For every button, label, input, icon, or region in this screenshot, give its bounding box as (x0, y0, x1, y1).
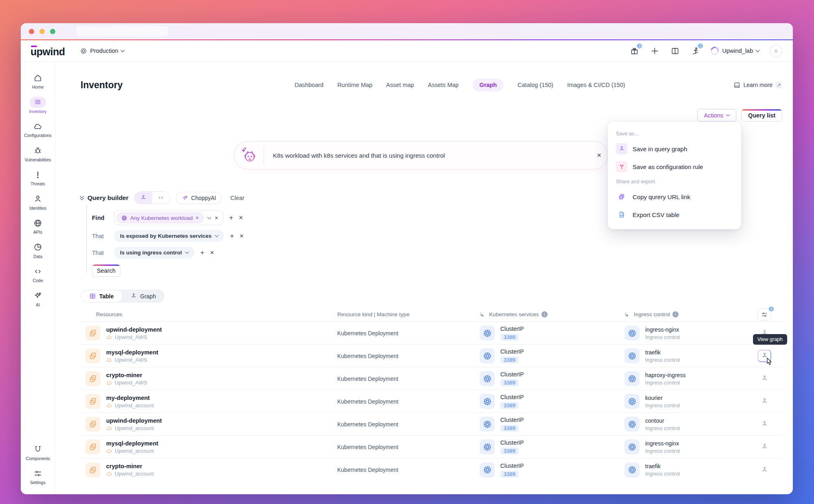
activity-button[interactable]: 1 (690, 46, 700, 56)
sidebar-item-inventory[interactable]: Inventory (29, 97, 46, 114)
browser-tab[interactable] (76, 26, 168, 37)
tab-dashboard[interactable]: Dashboard (295, 82, 323, 88)
sidebar-item-apis[interactable]: APIs (30, 217, 46, 235)
traffic-lights[interactable] (21, 29, 61, 34)
condition-pill[interactable]: Is exposed by Kubernetes services (114, 230, 224, 242)
sidebar-item-components[interactable]: Components (26, 444, 50, 461)
tab-graph[interactable]: Graph (473, 78, 504, 91)
choppy-ai-button[interactable]: ChoppyAI (176, 192, 222, 204)
remove-row-button[interactable]: × (210, 249, 214, 257)
gift-button[interactable]: 3 (629, 46, 639, 56)
home-icon (33, 74, 42, 83)
cloud-icon (106, 402, 112, 408)
sidebar-item-home[interactable]: Home (30, 72, 46, 90)
add-condition-button[interactable]: + (230, 232, 234, 240)
menu-section-share: Share and export (608, 176, 741, 188)
service-type: ClusterIP (500, 371, 524, 378)
query-list-button[interactable]: Query list (741, 109, 782, 122)
sidebar-item-configurations[interactable]: Configurations (24, 121, 52, 138)
search-button[interactable]: Search (92, 264, 120, 277)
upwind-logo[interactable]: upwind (31, 44, 65, 58)
resource-name[interactable]: upwind-deployment (106, 326, 162, 333)
ingress-name: ingress-nginx (645, 440, 680, 447)
add-button[interactable] (650, 46, 659, 56)
sidebar-item-data[interactable]: Data (30, 242, 46, 259)
sidebar-item-settings[interactable]: Settings (30, 468, 46, 485)
view-graph-button[interactable] (761, 443, 768, 451)
tab-catalog[interactable]: Catalog (150) (517, 82, 553, 88)
table-row[interactable]: upwind-deployment Upwind_account Kuberne… (81, 413, 782, 436)
info-icon[interactable]: i (672, 311, 679, 317)
tab-assets-map[interactable]: Assets Map (428, 82, 459, 88)
sidebar-item-vulnerabilities[interactable]: Vulnerabilities (25, 145, 51, 163)
service-type: ClusterIP (500, 326, 524, 332)
ingress-icon (624, 326, 639, 341)
avatar[interactable]: A (770, 45, 782, 57)
kubernetes-service-icon (480, 463, 495, 478)
table-row[interactable]: crypto-miner Upwind_AWS Kubernetes Deplo… (81, 367, 782, 390)
menu-item-save-configuration-rule[interactable]: Save as configuration rule (608, 158, 741, 176)
condition-pill[interactable]: Is using ingress control (114, 247, 194, 259)
column-resources[interactable]: Resources (81, 311, 337, 317)
resource-name[interactable]: crypto-miner (106, 372, 147, 378)
table-row[interactable]: crypto-miner Upwind_account Kubernetes D… (81, 458, 782, 481)
remove-chip-icon[interactable]: × (196, 215, 199, 221)
sidebar-item-ai[interactable]: AI (30, 290, 46, 308)
resource-name[interactable]: upwind-deployment (106, 417, 162, 424)
sidebar-item-identities[interactable]: Identities (29, 193, 46, 211)
minimize-window-button[interactable] (39, 29, 45, 34)
table-row[interactable]: mysql-deployment Upwind_AWS Kubernetes D… (81, 345, 782, 367)
tab-asset-map[interactable]: Asset map (386, 82, 414, 88)
tab-images-cicd[interactable]: Images & CI/CD (150) (567, 82, 625, 88)
close-window-button[interactable] (29, 29, 34, 34)
find-chip[interactable]: Any Kubernetes workload × (116, 213, 204, 223)
code-mode-button[interactable] (152, 192, 170, 204)
view-graph-button[interactable] (761, 398, 768, 405)
sidebar-item-threats[interactable]: Threats (30, 169, 46, 187)
menu-item-copy-query-url[interactable]: Copy qurery URL link (608, 188, 741, 206)
table-icon (89, 293, 96, 300)
graph-view-button[interactable]: Graph (122, 290, 164, 302)
kubernetes-service-icon (480, 417, 495, 432)
column-kind[interactable]: Resource kind | Machine type (337, 311, 480, 317)
remove-row-button[interactable]: × (240, 232, 244, 240)
org-switcher[interactable]: Upwind_lab (711, 47, 759, 55)
graph-mode-button[interactable] (135, 192, 152, 204)
column-ingress[interactable]: ↳ Ingress control i (624, 311, 746, 318)
clear-button[interactable]: Clear (230, 195, 244, 201)
table-row[interactable]: mysql-deployment Upwind_account Kubernet… (81, 436, 782, 458)
find-input[interactable]: Any Kubernetes workload × × (114, 211, 223, 225)
view-graph-button[interactable] (761, 466, 768, 474)
view-graph-button[interactable] (761, 420, 768, 428)
table-row[interactable]: upwind-deployment Upwind_AWS Kubernetes … (81, 322, 782, 345)
menu-item-save-query-graph[interactable]: Save in query graph (608, 140, 741, 158)
resource-name[interactable]: crypto-miner (106, 463, 154, 469)
page-tabs: Dashboard Runtime Map Asset map Assets M… (203, 78, 717, 91)
banner-close-icon[interactable]: × (597, 151, 601, 160)
table-row[interactable]: my-deployment Upwind_account Kubernetes … (81, 390, 782, 413)
add-condition-button[interactable]: + (200, 249, 204, 257)
learn-more-link[interactable]: Learn more ↗ (717, 82, 782, 89)
resource-name[interactable]: mysql-deployment (106, 349, 158, 356)
column-services[interactable]: ↳ Kubernetes services i (480, 311, 624, 318)
panels-button[interactable] (670, 46, 680, 56)
add-condition-button[interactable]: + (229, 214, 233, 222)
collapse-icon[interactable] (81, 196, 83, 200)
clear-input-icon[interactable]: × (215, 215, 218, 221)
table-view-button[interactable]: Table (81, 290, 122, 302)
components-icon (33, 445, 42, 454)
chevron-down-icon[interactable] (207, 215, 212, 219)
info-icon[interactable]: i (541, 311, 548, 317)
maximize-window-button[interactable] (50, 29, 55, 34)
column-settings-button[interactable]: 3 (757, 308, 771, 321)
view-graph-button[interactable] (761, 375, 768, 382)
workload-icon (85, 463, 100, 478)
tab-runtime-map[interactable]: Runtime Map (337, 82, 372, 88)
resource-name[interactable]: mysql-deployment (106, 440, 158, 447)
environment-selector[interactable]: Production (80, 48, 124, 54)
remove-row-button[interactable]: × (239, 214, 243, 222)
actions-button[interactable]: Actions (697, 109, 737, 122)
sidebar-item-code[interactable]: Code (30, 266, 46, 283)
resource-name[interactable]: my-deployment (106, 395, 154, 401)
menu-item-export-csv[interactable]: CSV Export CSV table (608, 206, 741, 224)
